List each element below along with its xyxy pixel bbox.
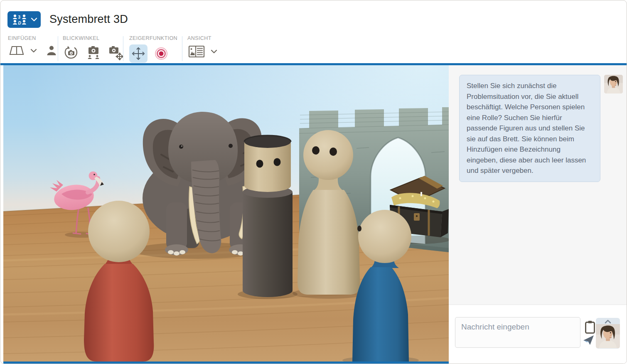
insert-board-button[interactable] (8, 44, 25, 57)
chevron-down-icon (30, 49, 37, 53)
insert-board-dropdown[interactable] (30, 48, 38, 54)
chevron-down-icon (211, 49, 217, 54)
insert-figure-button[interactable] (45, 44, 58, 57)
layout-view-button[interactable] (187, 44, 206, 59)
toolbar-separator (58, 36, 58, 61)
camera-pan-icon (108, 45, 123, 60)
svg-text:D: D (18, 21, 21, 25)
coach-avatar-image (604, 75, 623, 93)
chat-input-bar (449, 305, 627, 364)
group-label: EINFÜGEN (8, 35, 58, 41)
webcam-preview-tile[interactable] (596, 318, 620, 349)
toolbar-separator (123, 36, 123, 61)
webcam-avatar-image (596, 324, 620, 348)
peg-figure-dark[interactable] (238, 135, 298, 299)
send-button[interactable] (583, 335, 594, 345)
move-pointer-icon (131, 47, 145, 61)
clipboard-icon (585, 320, 595, 334)
layout-view-icon (188, 45, 205, 58)
toolbar-group-blickwinkel: BLICKWINKEL (63, 35, 124, 61)
chat-message-list: Stellen Sie sich zunächst die Problemsit… (449, 65, 627, 305)
systembrett-logo-icon: 3 D (11, 13, 30, 26)
person-add-icon (46, 45, 57, 56)
move-pointer-button[interactable] (129, 44, 148, 63)
toolbar-group-zeigerfunktion: ZEIGERFUNKTION (129, 35, 177, 63)
group-label: BLICKWINKEL (63, 35, 124, 41)
group-label: ZEIGERFUNKTION (129, 35, 177, 41)
camera-figures-icon (86, 45, 101, 60)
toolbar-group-einfuegen: EINFÜGEN (8, 35, 58, 57)
peg-figure-red[interactable] (84, 201, 154, 362)
target-pointer-button[interactable] (153, 46, 169, 61)
svg-text:3: 3 (18, 15, 21, 20)
coach-avatar (604, 75, 623, 93)
accent-divider-bottom (3, 362, 449, 364)
clipboard-button[interactable] (585, 320, 595, 334)
pan-view-button[interactable] (108, 44, 124, 61)
chevron-down-icon (31, 17, 37, 22)
rotate-view-button[interactable] (63, 44, 79, 61)
toolbar-group-ansicht: ANSICHT (187, 35, 218, 59)
scene-3d-canvas[interactable] (3, 65, 449, 362)
message-input[interactable] (455, 317, 580, 348)
app-window: 3 D Systembrett 3D EINFÜGEN (0, 0, 627, 364)
layout-view-dropdown[interactable] (210, 49, 218, 54)
board-add-icon (9, 45, 25, 56)
chevron-up-icon (603, 319, 613, 324)
group-label: ANSICHT (187, 35, 218, 41)
chat-sidebar: Stellen Sie sich zunächst die Problemsit… (449, 65, 627, 364)
send-icon (583, 335, 594, 345)
target-pointer-icon (154, 47, 168, 61)
figure-view-button[interactable] (85, 44, 102, 61)
camera-rotate-icon (64, 45, 79, 60)
chat-message-bubble: Stellen Sie sich zunächst die Problemsit… (459, 75, 600, 182)
app-menu-button[interactable]: 3 D (7, 11, 41, 28)
toolbar-separator (182, 36, 182, 61)
page-title: Systembrett 3D (49, 13, 128, 26)
